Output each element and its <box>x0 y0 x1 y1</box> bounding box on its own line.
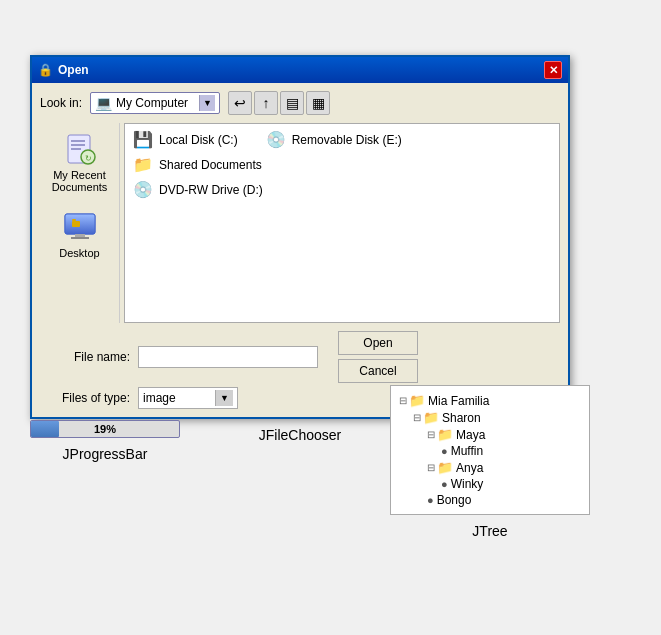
tree-label: Mia Familia <box>428 394 489 408</box>
tree-label: Maya <box>456 428 485 442</box>
svg-rect-9 <box>71 237 89 239</box>
desktop-label: Desktop <box>59 247 99 259</box>
shared-docs-label: Shared Documents <box>159 158 262 172</box>
back-button[interactable]: ↩ <box>228 91 252 115</box>
local-disk-icon: 💾 <box>133 130 153 149</box>
look-in-label: Look in: <box>40 96 82 110</box>
lock-icon: 🔒 <box>38 63 52 77</box>
tree-node-winky[interactable]: ● Winky <box>399 476 581 492</box>
jtree: ⊟ 📁 Mia Familia ⊟ 📁 Sharon ⊟ 📁 Maya ● Mu… <box>390 385 590 515</box>
filename-input[interactable] <box>138 346 318 368</box>
tree-node-sharon[interactable]: ⊟ 📁 Sharon <box>399 409 581 426</box>
svg-rect-3 <box>71 148 81 150</box>
main-area: ↻ My Recent Documents <box>40 123 560 323</box>
dropdown-arrow-icon[interactable]: ▼ <box>199 95 215 111</box>
folder-icon: 📁 <box>437 460 453 475</box>
dvd-drive-icon: 💿 <box>133 180 153 199</box>
svg-rect-1 <box>71 140 85 142</box>
progressbar-text: 19% <box>31 421 179 437</box>
location-dropdown[interactable]: 💻 My Computer ▼ <box>90 92 220 114</box>
file-item-local-disk[interactable]: 💾 Local Disk (C:) <box>129 128 242 151</box>
tree-label: Anya <box>456 461 483 475</box>
cancel-button[interactable]: Cancel <box>338 359 418 383</box>
shared-docs-folder-icon: 📁 <box>133 155 153 174</box>
file-item-shared-docs[interactable]: 📁 Shared Documents <box>129 153 555 176</box>
open-button[interactable]: Open <box>338 331 418 355</box>
tree-node-muffin[interactable]: ● Muffin <box>399 443 581 459</box>
removable-disk-label: Removable Disk (E:) <box>292 133 402 147</box>
leaf-icon: ● <box>441 445 448 457</box>
computer-icon: 💻 <box>95 95 112 111</box>
file-item-dvd-drive[interactable]: 💿 DVD-RW Drive (D:) <box>129 178 555 201</box>
recent-docs-icon: ↻ <box>62 131 98 167</box>
list-view-button[interactable]: ▤ <box>280 91 304 115</box>
file-item-removable-disk[interactable]: 💿 Removable Disk (E:) <box>262 128 406 151</box>
svg-rect-2 <box>71 144 85 146</box>
folder-icon: 📁 <box>423 410 439 425</box>
details-view-button[interactable]: ▦ <box>306 91 330 115</box>
close-button[interactable]: ✕ <box>544 61 562 79</box>
removable-disk-icon: 💿 <box>266 130 286 149</box>
svg-rect-11 <box>72 219 76 221</box>
dialog-titlebar: 🔒 Open ✕ <box>32 57 568 83</box>
filetype-label: Files of type: <box>40 391 130 405</box>
folder-icon: 📁 <box>437 427 453 442</box>
tree-label: Winky <box>451 477 484 491</box>
tree-node-anya[interactable]: ⊟ 📁 Anya <box>399 459 581 476</box>
filetype-value: image <box>143 391 215 405</box>
tree-node-mia-familia[interactable]: ⊟ 📁 Mia Familia <box>399 392 581 409</box>
progressbar: 19% <box>30 420 180 438</box>
up-button[interactable]: ↑ <box>254 91 278 115</box>
file-list: 💾 Local Disk (C:) 💿 Removable Disk (E:) … <box>124 123 560 323</box>
jtree-section: ⊟ 📁 Mia Familia ⊟ 📁 Sharon ⊟ 📁 Maya ● Mu… <box>390 385 590 539</box>
filename-label: File name: <box>40 350 130 364</box>
tree-node-maya[interactable]: ⊟ 📁 Maya <box>399 426 581 443</box>
expand-icon: ⊟ <box>399 395 407 406</box>
tree-node-bongo[interactable]: ● Bongo <box>399 492 581 508</box>
local-disk-label: Local Disk (C:) <box>159 133 238 147</box>
folder-icon: 📁 <box>409 393 425 408</box>
dialog-window: 🔒 Open ✕ Look in: 💻 My Computer ▼ ↩ ↑ ▤ … <box>30 55 570 419</box>
sidebar: ↻ My Recent Documents <box>40 123 120 323</box>
progressbar-section: 19% JProgressBar <box>30 420 180 462</box>
toolbar-row: Look in: 💻 My Computer ▼ ↩ ↑ ▤ ▦ <box>40 91 560 115</box>
leaf-icon: ● <box>441 478 448 490</box>
tree-label: Muffin <box>451 444 483 458</box>
expand-icon: ⊟ <box>413 412 421 423</box>
jtree-label: JTree <box>390 523 590 539</box>
recent-docs-label: My Recent Documents <box>49 169 111 193</box>
expand-icon: ⊟ <box>427 462 435 473</box>
tree-label: Sharon <box>442 411 481 425</box>
filename-row: File name: Open Cancel <box>40 331 560 383</box>
desktop-icon <box>62 209 98 245</box>
dvd-drive-label: DVD-RW Drive (D:) <box>159 183 263 197</box>
sidebar-item-desktop[interactable]: Desktop <box>45 205 115 263</box>
expand-icon: ⊟ <box>427 429 435 440</box>
svg-rect-10 <box>72 221 80 227</box>
leaf-icon: ● <box>427 494 434 506</box>
progressbar-label: JProgressBar <box>30 446 180 462</box>
open-cancel-buttons: Open Cancel <box>338 331 418 383</box>
dialog-title: Open <box>58 63 544 77</box>
filetype-arrow-icon: ▼ <box>215 390 233 406</box>
sidebar-item-recent[interactable]: ↻ My Recent Documents <box>45 127 115 197</box>
tree-label: Bongo <box>437 493 472 507</box>
toolbar-buttons: ↩ ↑ ▤ ▦ <box>228 91 330 115</box>
file-list-row-1: 💾 Local Disk (C:) 💿 Removable Disk (E:) <box>129 128 555 151</box>
svg-text:↻: ↻ <box>84 154 91 163</box>
location-text: My Computer <box>116 96 195 110</box>
dialog-body: Look in: 💻 My Computer ▼ ↩ ↑ ▤ ▦ <box>32 83 568 417</box>
svg-rect-8 <box>75 234 85 237</box>
filetype-dropdown[interactable]: image ▼ <box>138 387 238 409</box>
